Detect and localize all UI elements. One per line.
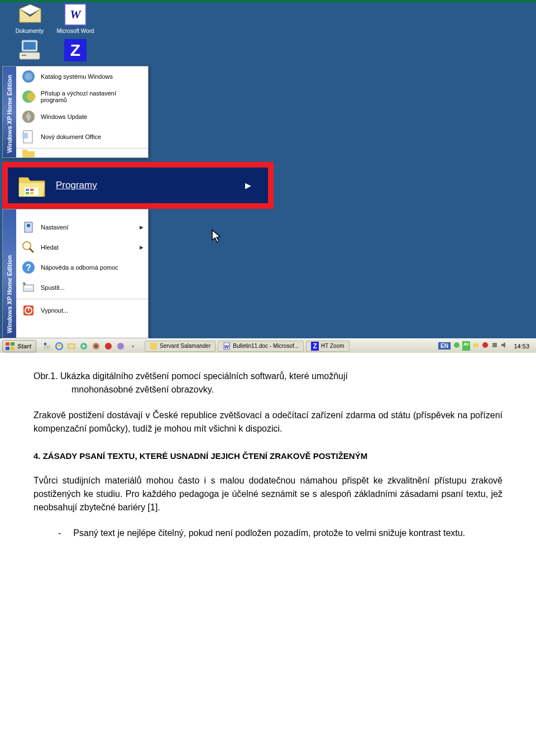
settings-icon	[21, 219, 36, 235]
svg-rect-34	[44, 345, 50, 350]
svg-point-7	[25, 73, 32, 80]
svg-rect-32	[6, 347, 9, 350]
start-item-access[interactable]: Přístup a výchozí nastavení programů	[16, 87, 148, 107]
quick-launch-firefox[interactable]	[91, 341, 101, 351]
search-icon	[21, 240, 36, 255]
bullet-text: Psaný text je nejlépe čitelný, pokud nen…	[73, 527, 465, 540]
svg-point-49	[482, 342, 488, 348]
start-item-label: Nápověda a odborná pomoc	[41, 264, 118, 271]
svg-text:?: ?	[26, 263, 31, 272]
desktop-icon-zoom[interactable]: Z	[56, 39, 95, 64]
salamander-icon	[150, 342, 157, 350]
tray-av-badge[interactable]: AV	[462, 341, 471, 351]
taskbar-item-label: Bulletin11.doc - Microsof...	[233, 343, 299, 349]
windows-flag-icon	[5, 342, 15, 351]
word-icon: W	[64, 3, 87, 26]
svg-rect-50	[492, 343, 497, 347]
submenu-arrow-icon: ▶	[140, 245, 143, 250]
quick-launch-item[interactable]	[116, 341, 126, 351]
programs-folder-icon	[18, 173, 46, 198]
bullet-dash: -	[58, 527, 61, 540]
language-indicator[interactable]: EN	[438, 342, 451, 350]
svg-rect-26	[25, 286, 32, 288]
start-item-catalog[interactable]: Katalog systému Windows	[16, 66, 148, 87]
desktop-icon-computer[interactable]	[10, 39, 49, 64]
start-item-label: Windows Update	[41, 113, 87, 120]
z-icon: Z	[64, 39, 87, 61]
svg-rect-13	[22, 133, 28, 138]
tray-volume-icon[interactable]	[500, 341, 508, 351]
start-button-label: Start	[17, 343, 31, 350]
start-item-update[interactable]: Windows Update	[16, 107, 148, 127]
quick-launch-media[interactable]	[79, 341, 89, 351]
svg-point-47	[454, 342, 460, 348]
svg-rect-17	[26, 192, 29, 194]
taskbar-item-salamander[interactable]: Servant Salamander	[145, 341, 216, 352]
windows-xp-screenshot: Dokumenty W Microsoft Word Z Windows XP …	[0, 0, 536, 353]
taskbar-item-word[interactable]: W Bulletin11.doc - Microsof...	[218, 341, 304, 352]
svg-rect-5	[22, 55, 26, 56]
taskbar-item-zoom[interactable]: Z HT Zoom	[306, 341, 350, 352]
catalog-icon	[21, 69, 36, 84]
start-item-label: Vypnout...	[41, 307, 68, 314]
start-item-programs[interactable]: Programy ▶	[8, 168, 268, 203]
run-icon	[21, 280, 36, 295]
quick-launch-item[interactable]	[42, 341, 52, 351]
tray-icon[interactable]	[453, 341, 461, 351]
quick-launch-ie[interactable]	[54, 341, 64, 351]
desktop-icon-word[interactable]: W Microsoft Word	[56, 3, 95, 34]
cursor-icon	[211, 229, 222, 247]
start-item-label: Spustit...	[41, 284, 65, 291]
separator	[16, 299, 148, 299]
z-icon-small: Z	[311, 342, 319, 350]
svg-point-9	[27, 92, 36, 101]
programs-label: Programy	[56, 180, 97, 191]
svg-rect-15	[26, 189, 29, 191]
top-border	[0, 0, 536, 2]
separator	[16, 148, 148, 149]
submenu-arrow-icon: ▶	[140, 224, 143, 230]
svg-rect-30	[6, 342, 9, 346]
start-item-shutdown[interactable]: Vypnout...	[16, 300, 148, 320]
word-doc-icon: W	[223, 342, 231, 350]
svg-rect-37	[68, 344, 75, 348]
start-item-label: Nastavení	[41, 224, 69, 231]
svg-rect-35	[44, 343, 46, 345]
section-heading: 4. ZÁSADY PSANÍ TEXTU, KTERÉ USNADNÍ JEJ…	[34, 450, 502, 463]
quick-launch-expand[interactable]: »	[128, 341, 138, 351]
office-icon	[21, 129, 36, 145]
document-text: Obr.1. Ukázka digitálního zvětšení pomoc…	[0, 353, 536, 562]
quick-launch-item[interactable]	[103, 341, 113, 351]
svg-rect-31	[11, 342, 15, 346]
svg-point-20	[27, 224, 30, 227]
documents-icon	[18, 3, 42, 23]
svg-rect-16	[30, 189, 34, 191]
taskbar-item-label: HT Zoom	[321, 343, 344, 349]
svg-rect-48	[473, 343, 478, 347]
start-item-label: Hledat	[41, 244, 59, 251]
start-button[interactable]: Start	[2, 340, 36, 352]
update-icon	[21, 109, 36, 125]
start-item-settings[interactable]: Nastavení ▶	[16, 217, 148, 237]
tray-icon[interactable]	[481, 341, 489, 351]
tray-icon[interactable]	[491, 341, 499, 351]
start-item-help[interactable]: ? Nápověda a odborná pomoc	[16, 257, 148, 277]
svg-point-36	[56, 343, 63, 350]
quick-launch-outlook[interactable]	[66, 341, 76, 351]
shutdown-icon	[21, 303, 36, 318]
svg-point-41	[94, 344, 98, 348]
paragraph: Tvůrci studijních materiálů mohou často …	[34, 474, 502, 514]
svg-point-21	[23, 242, 31, 250]
desktop-icon-documents[interactable]: Dokumenty	[10, 3, 49, 34]
start-item-office[interactable]: Nový dokument Office	[16, 127, 148, 147]
folder-icon	[21, 150, 36, 157]
start-item-search[interactable]: Hledat ▶	[16, 237, 148, 257]
svg-rect-3	[23, 42, 36, 50]
help-icon: ?	[21, 260, 36, 275]
desktop-icon-label: Dokumenty	[10, 28, 49, 34]
start-item-partial[interactable]	[16, 150, 148, 157]
start-item-run[interactable]: Spustit...	[16, 277, 148, 298]
svg-rect-18	[30, 192, 34, 194]
clock[interactable]: 14:53	[510, 343, 533, 350]
tray-icon[interactable]	[472, 341, 480, 351]
